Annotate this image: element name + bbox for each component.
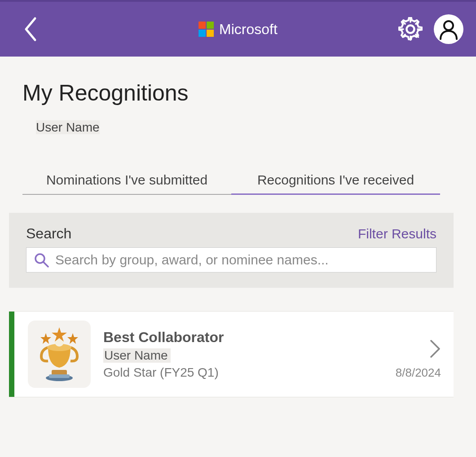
filter-results-link[interactable]: Filter Results	[358, 226, 436, 242]
header-actions	[398, 14, 463, 44]
user-name-label: User Name	[36, 120, 100, 134]
tab-nominations-submitted[interactable]: Nominations I've submitted	[22, 166, 231, 194]
svg-rect-7	[49, 374, 70, 378]
status-stripe	[9, 312, 14, 397]
chevron-left-icon	[22, 16, 39, 43]
award-title: Best Collaborator	[103, 329, 383, 346]
svg-marker-12	[67, 333, 78, 344]
tabs: Nominations I've submitted Recognitions …	[22, 166, 440, 195]
settings-button[interactable]	[398, 17, 423, 42]
svg-point-2	[444, 21, 453, 30]
award-user: User Name	[103, 348, 171, 363]
svg-line-4	[44, 262, 48, 267]
chevron-right-icon	[429, 339, 441, 359]
back-button[interactable]	[22, 16, 39, 43]
search-icon	[34, 252, 49, 268]
search-label: Search	[26, 225, 71, 242]
trophy-icon	[28, 321, 91, 388]
brand-logo-group: Microsoft	[198, 21, 278, 38]
profile-button[interactable]	[434, 14, 463, 44]
search-panel: Search Filter Results	[9, 213, 454, 288]
award-group: Gold Star (FY25 Q1)	[103, 365, 383, 380]
search-box[interactable]	[26, 247, 436, 272]
page-title: My Recognitions	[22, 80, 458, 106]
brand-name: Microsoft	[219, 21, 278, 38]
avatar-icon	[434, 14, 463, 44]
svg-marker-11	[40, 333, 51, 344]
award-date: 8/8/2024	[396, 366, 441, 380]
page-content: My Recognitions User Name Nominations I'…	[0, 57, 476, 397]
recognition-card[interactable]: Best Collaborator User Name Gold Star (F…	[9, 311, 454, 397]
search-input[interactable]	[55, 252, 429, 268]
app-header: Microsoft	[0, 0, 476, 57]
gear-icon	[398, 17, 423, 42]
tab-recognitions-received[interactable]: Recognitions I've received	[231, 166, 440, 194]
microsoft-logo-icon	[198, 22, 214, 37]
